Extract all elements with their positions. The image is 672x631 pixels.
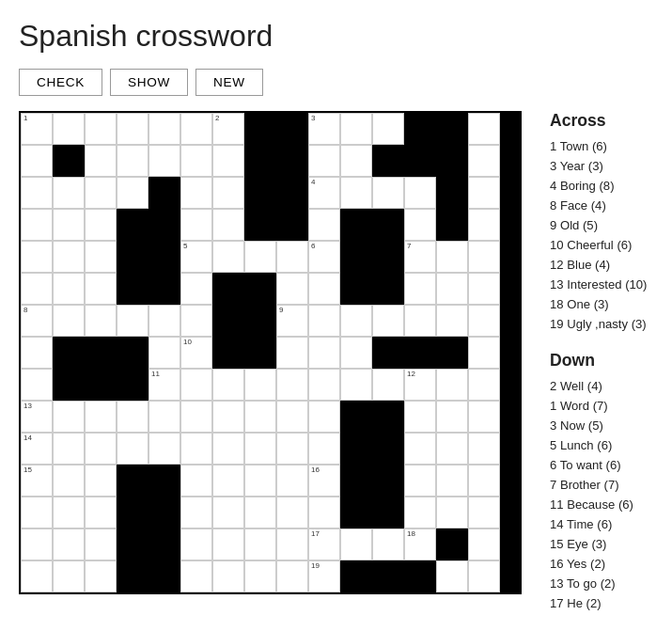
cell-input-0,10[interactable] — [341, 114, 371, 144]
cell-input-13,9[interactable] — [309, 529, 339, 560]
cell-2,2[interactable] — [85, 177, 117, 209]
cell-0,10[interactable] — [340, 113, 372, 145]
cell-input-10,0[interactable] — [22, 434, 52, 464]
cell-input-9,12[interactable] — [405, 402, 435, 432]
cell-input-0,5[interactable] — [181, 114, 211, 144]
cell-input-13,12[interactable] — [405, 529, 435, 560]
cell-10,7[interactable] — [244, 433, 276, 465]
cell-input-2,6[interactable] — [213, 178, 243, 208]
cell-input-14,7[interactable] — [245, 561, 275, 592]
cell-6,13[interactable] — [436, 305, 468, 337]
cell-6,11[interactable] — [372, 305, 404, 337]
cell-input-1,9[interactable] — [309, 146, 339, 176]
cell-0,5[interactable] — [180, 113, 212, 145]
cell-5,9[interactable] — [308, 273, 340, 305]
cell-2,14[interactable] — [468, 177, 500, 209]
cell-7,8[interactable] — [276, 337, 308, 369]
cell-1,3[interactable] — [117, 145, 148, 177]
cell-input-6,13[interactable] — [437, 306, 467, 336]
cell-input-14,14[interactable] — [469, 561, 499, 592]
cell-input-5,13[interactable] — [437, 274, 467, 304]
cell-input-6,12[interactable] — [405, 306, 435, 336]
check-button[interactable]: CHECK — [19, 69, 102, 96]
show-button[interactable]: SHOW — [110, 69, 188, 96]
cell-2,9[interactable]: 4 — [308, 177, 340, 209]
cell-input-10,8[interactable] — [277, 434, 307, 464]
cell-5,1[interactable] — [53, 273, 85, 305]
cell-input-14,0[interactable] — [22, 561, 52, 592]
cell-6,14[interactable] — [468, 305, 500, 337]
cell-input-8,6[interactable] — [213, 370, 243, 400]
cell-12,13[interactable] — [436, 497, 468, 528]
cell-12,7[interactable] — [244, 497, 276, 528]
cell-input-1,0[interactable] — [22, 146, 52, 176]
cell-2,10[interactable] — [340, 177, 372, 209]
cell-input-9,2[interactable] — [86, 402, 116, 432]
cell-input-4,5[interactable] — [181, 242, 211, 272]
cell-input-2,0[interactable] — [22, 178, 52, 208]
cell-input-2,2[interactable] — [86, 178, 116, 208]
cell-14,1[interactable] — [53, 560, 85, 592]
cell-8,10[interactable] — [340, 369, 372, 401]
cell-9,2[interactable] — [85, 401, 117, 433]
cell-input-12,14[interactable] — [469, 497, 499, 528]
cell-input-9,1[interactable] — [54, 402, 84, 432]
cell-input-12,2[interactable] — [86, 497, 116, 528]
cell-2,0[interactable] — [21, 177, 53, 209]
cell-11,13[interactable] — [436, 465, 468, 497]
cell-input-7,8[interactable] — [277, 338, 307, 368]
cell-input-13,14[interactable] — [469, 529, 499, 560]
cell-input-8,4[interactable] — [149, 370, 180, 400]
cell-4,1[interactable] — [53, 241, 85, 273]
cell-input-0,6[interactable] — [213, 114, 243, 144]
cell-input-9,0[interactable] — [22, 402, 52, 432]
cell-13,6[interactable] — [212, 528, 244, 560]
cell-11,14[interactable] — [468, 465, 500, 497]
cell-input-6,0[interactable] — [22, 306, 52, 336]
cell-input-2,1[interactable] — [54, 178, 84, 208]
cell-input-5,12[interactable] — [405, 274, 435, 304]
cell-2,1[interactable] — [53, 177, 85, 209]
cell-input-3,6[interactable] — [213, 210, 243, 240]
cell-13,2[interactable] — [85, 528, 117, 560]
cell-input-6,9[interactable] — [309, 306, 339, 336]
cell-9,5[interactable] — [180, 401, 212, 433]
cell-input-3,9[interactable] — [309, 210, 339, 240]
cell-input-4,14[interactable] — [469, 242, 499, 272]
cell-input-3,2[interactable] — [86, 210, 116, 240]
cell-input-10,3[interactable] — [117, 434, 148, 464]
cell-input-6,8[interactable] — [277, 306, 307, 336]
cell-input-1,2[interactable] — [86, 146, 116, 176]
cell-input-2,9[interactable] — [309, 178, 339, 208]
cell-input-9,4[interactable] — [149, 402, 180, 432]
cell-input-10,1[interactable] — [54, 434, 84, 464]
cell-input-4,8[interactable] — [277, 242, 307, 272]
cell-12,2[interactable] — [85, 497, 117, 528]
cell-input-10,13[interactable] — [437, 434, 467, 464]
cell-input-11,6[interactable] — [213, 465, 243, 496]
new-button[interactable]: NEW — [195, 69, 263, 96]
cell-7,14[interactable] — [468, 337, 500, 369]
cell-input-7,9[interactable] — [309, 338, 339, 368]
cell-input-0,11[interactable] — [373, 114, 403, 144]
cell-input-1,14[interactable] — [469, 146, 499, 176]
cell-input-8,11[interactable] — [373, 370, 403, 400]
cell-input-7,14[interactable] — [469, 338, 499, 368]
cell-5,12[interactable] — [404, 273, 436, 305]
cell-14,7[interactable] — [244, 560, 276, 592]
cell-input-12,13[interactable] — [437, 497, 467, 528]
cell-input-12,5[interactable] — [181, 497, 211, 528]
cell-input-13,7[interactable] — [245, 529, 275, 560]
cell-3,2[interactable] — [85, 209, 117, 241]
cell-input-8,5[interactable] — [181, 370, 211, 400]
cell-input-8,9[interactable] — [309, 370, 339, 400]
cell-input-5,2[interactable] — [86, 274, 116, 304]
cell-4,2[interactable] — [85, 241, 117, 273]
cell-2,5[interactable] — [180, 177, 212, 209]
cell-1,6[interactable] — [212, 145, 244, 177]
cell-input-9,13[interactable] — [437, 402, 467, 432]
cell-2,11[interactable] — [372, 177, 404, 209]
cell-13,14[interactable] — [468, 528, 500, 560]
cell-input-13,2[interactable] — [86, 529, 116, 560]
cell-7,4[interactable] — [148, 337, 180, 369]
